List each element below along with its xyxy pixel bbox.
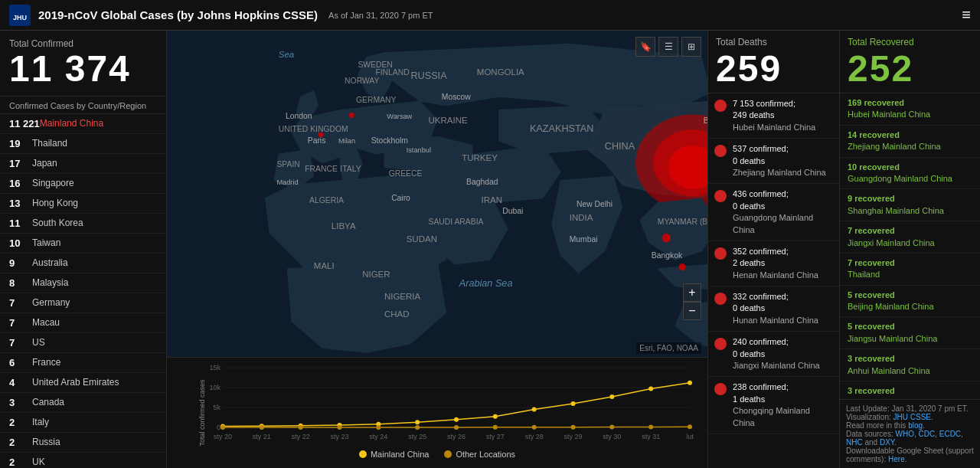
recovered-value: 252 <box>848 47 975 90</box>
svg-text:JHU: JHU <box>13 14 27 21</box>
death-item: 352 confirmed;2 deathsHenan Mainland Chi… <box>708 241 839 286</box>
recovered-item: 7 recoveredJiangxi Mainland China <box>840 221 980 254</box>
legend-label: Other Locations <box>456 450 515 459</box>
list-item[interactable]: 16 Singapore <box>0 174 166 194</box>
deaths-list[interactable]: 7 153 confirmed;249 deathsHubei Mainland… <box>708 93 839 468</box>
list-item[interactable]: 9 Australia <box>0 254 166 273</box>
list-item[interactable]: 19 Thailand <box>0 134 166 154</box>
info-here-link[interactable]: Here <box>888 455 905 463</box>
death-dot <box>714 100 727 112</box>
center-panel: Stockholm Moscow London Paris Cairo Bagh… <box>167 31 707 468</box>
recovered-item: 5 recoveredBeijing Mainland China <box>840 286 980 318</box>
svg-point-10 <box>678 263 685 270</box>
list-item[interactable]: 7 Germany <box>0 293 166 313</box>
country-count: 7 <box>9 317 32 329</box>
country-name: South Korea <box>32 218 83 228</box>
list-item[interactable]: 7 US <box>0 333 166 353</box>
total-confirmed-value: 11 374 <box>9 49 157 90</box>
country-name: Malaysia <box>32 277 68 288</box>
list-btn[interactable]: ☰ <box>658 37 678 57</box>
list-item[interactable]: 2 Italy <box>0 413 166 433</box>
map-attribution: Esri, FAO, NOAA <box>636 342 701 354</box>
recovered-list[interactable]: 169 recoveredHubei Mainland China14 reco… <box>840 93 980 399</box>
menu-icon[interactable]: ≡ <box>962 6 971 24</box>
info-line3: Read more in this blog. <box>846 421 977 430</box>
svg-text:ALGERIA: ALGERIA <box>309 196 344 205</box>
left-panel: Total Confirmed 11 374 Confirmed Cases b… <box>0 31 167 468</box>
recovered-item: 7 recoveredThailand <box>840 254 980 286</box>
list-item[interactable]: 11 South Korea <box>0 214 166 234</box>
chart-canvas <box>196 364 701 447</box>
list-item[interactable]: 11 221 Mainland China <box>0 114 166 134</box>
country-count: 2 <box>9 437 32 448</box>
country-list-header: Confirmed Cases by Country/Region <box>0 97 166 114</box>
svg-text:UNITED KINGDOM: UNITED KINGDOM <box>279 125 348 133</box>
death-info: 238 confirmed;1 deathsChongqing Mainland… <box>733 381 833 429</box>
recovered-item: 10 recoveredGuangdong Mainland China <box>840 158 980 190</box>
list-item[interactable]: 13 Hong Kong <box>0 194 166 214</box>
app-title: 2019-nCoV Global Cases (by Johns Hopkins… <box>38 8 318 21</box>
svg-point-13 <box>349 113 354 118</box>
app-subtitle: As of Jan 31, 2020 7 pm ET <box>328 11 433 20</box>
header-left: JHU 2019-nCoV Global Cases (by Johns Hop… <box>9 5 433 26</box>
list-item[interactable]: 2 Russia <box>0 433 166 453</box>
death-dot <box>714 383 727 395</box>
total-confirmed-label: Total Confirmed <box>9 38 157 49</box>
death-item: 332 confirmed;0 deathsHunan Mainland Chi… <box>708 286 839 332</box>
info-blog-link[interactable]: blog <box>908 421 923 430</box>
list-item[interactable]: 6 France <box>0 353 166 373</box>
bookmark-btn[interactable]: 🔖 <box>635 37 655 57</box>
legend-dot <box>359 450 367 458</box>
list-item[interactable]: 17 Japan <box>0 154 166 174</box>
country-name: Germany <box>32 297 70 308</box>
info-line5: Downloadable Google Sheet (support comme… <box>846 447 977 463</box>
legend-item: Mainland China <box>359 450 429 459</box>
country-name: Thailand <box>32 138 67 149</box>
jhu-logo: JHU <box>9 5 31 26</box>
list-item[interactable]: 4 United Arab Emirates <box>0 373 166 393</box>
zoom-out-btn[interactable]: − <box>683 302 701 320</box>
country-count: 19 <box>9 138 32 149</box>
list-item[interactable]: 3 Canada <box>0 393 166 413</box>
svg-text:SWEDEN: SWEDEN <box>358 61 392 69</box>
map-container[interactable]: Stockholm Moscow London Paris Cairo Bagh… <box>167 31 707 357</box>
svg-text:Warsaw: Warsaw <box>387 113 412 120</box>
zoom-in-btn[interactable]: + <box>683 283 701 302</box>
grid-btn[interactable]: ⊞ <box>681 37 701 57</box>
country-count: 6 <box>9 357 32 368</box>
country-name: US <box>32 337 45 348</box>
recovered-header: Total Recovered 252 <box>840 31 980 93</box>
svg-text:ITALY: ITALY <box>340 165 361 173</box>
svg-point-8 <box>662 234 671 243</box>
svg-text:CHINA: CHINA <box>605 141 635 152</box>
death-info: 7 153 confirmed;249 deathsHubei Mainland… <box>733 98 815 133</box>
svg-text:MALI: MALI <box>314 261 335 270</box>
death-dot <box>714 338 727 350</box>
death-item: 537 confirmed;0 deathsZhejiang Mainland … <box>708 139 839 184</box>
deaths-value: 259 <box>716 47 831 90</box>
total-confirmed-section: Total Confirmed 11 374 <box>0 31 166 97</box>
info-jhucsse[interactable]: JHU CSSE <box>893 413 931 421</box>
svg-text:KAZAKHSTAN: KAZAKHSTAN <box>530 123 593 134</box>
header: JHU 2019-nCoV Global Cases (by Johns Hop… <box>0 0 980 31</box>
list-item[interactable]: 7 Macau <box>0 313 166 333</box>
svg-text:FRANCE: FRANCE <box>305 165 338 173</box>
legend-dot <box>444 450 452 458</box>
country-name: Singapore <box>32 178 74 188</box>
legend-item: Other Locations <box>444 450 515 459</box>
list-item[interactable]: 10 Taiwan <box>0 234 166 254</box>
svg-text:New Delhi: New Delhi <box>577 200 612 208</box>
svg-text:Paris: Paris <box>308 136 326 145</box>
country-name: United Arab Emirates <box>32 377 119 388</box>
death-info: 240 confirmed;0 deathsJiangxi Mainland C… <box>733 336 820 371</box>
list-item[interactable]: 8 Malaysia <box>0 273 166 293</box>
deaths-header: Total Deaths 259 <box>708 31 839 93</box>
country-count: 3 <box>9 397 32 408</box>
chart-container: Total confirmed cases Mainland ChinaOthe… <box>167 357 707 468</box>
svg-text:TURKEY: TURKEY <box>462 153 498 162</box>
svg-text:UKRAINE: UKRAINE <box>428 116 467 125</box>
svg-text:Moscow: Moscow <box>442 93 472 101</box>
country-list[interactable]: 11 221 Mainland China19 Thailand17 Japan… <box>0 114 166 468</box>
list-item[interactable]: 2 UK <box>0 453 166 468</box>
svg-text:RUSSIA: RUSSIA <box>410 70 447 81</box>
